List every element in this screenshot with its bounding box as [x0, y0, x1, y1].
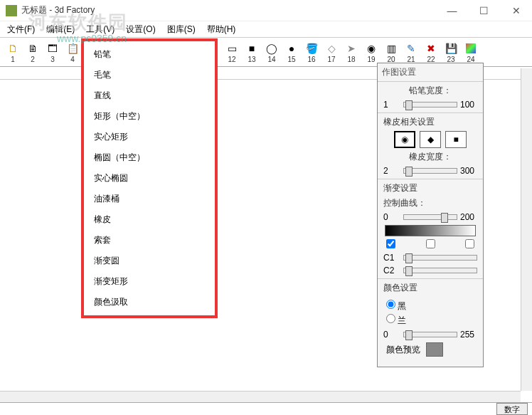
gradcircle-icon: ◉	[365, 42, 378, 55]
window-title: 无标题 - 3d Factory	[21, 4, 436, 16]
curve-label: 控制曲线：	[383, 197, 477, 209]
radio-blue[interactable]	[386, 314, 395, 323]
col-max: 255	[460, 330, 477, 340]
tool-fillellipse[interactable]: ●15	[282, 39, 302, 66]
menu-help[interactable]: 帮助(H)	[203, 22, 240, 37]
ellipse-icon: ◯	[265, 42, 278, 55]
tool-fillrect[interactable]: ■13	[242, 39, 262, 66]
dropdown-eraser[interactable]: 橡皮	[84, 209, 215, 230]
vertical-scrollbar[interactable]	[521, 68, 532, 391]
dropdown-ellipse-hollow[interactable]: 椭圆（中空）	[84, 147, 215, 168]
dropdown-bucket[interactable]: 油漆桶	[84, 189, 215, 209]
tool-new[interactable]: 🗋1	[3, 39, 23, 66]
radio-black[interactable]	[386, 300, 395, 309]
dropdown-gradcircle[interactable]: 渐变圆	[84, 251, 215, 271]
eraser-icon: ◇	[325, 42, 338, 55]
palette-icon	[464, 42, 477, 55]
pencil-min: 1	[383, 100, 400, 110]
menu-file[interactable]: 文件(F)	[3, 22, 39, 37]
grad-section-label: 渐变设置	[383, 182, 477, 194]
lasso-icon: ➤	[345, 42, 358, 55]
gradrect-icon: ▥	[385, 42, 398, 55]
tool-3[interactable]: 🗔3	[43, 39, 63, 66]
menu-edit[interactable]: 编辑(E)	[42, 22, 79, 37]
app-icon	[6, 5, 17, 16]
radio-black-label[interactable]: 黑	[386, 300, 474, 312]
eraser-section-label: 橡皮相关设置	[383, 116, 477, 128]
c1-slider[interactable]	[403, 255, 477, 261]
eraser-width-slider[interactable]	[403, 168, 457, 174]
save-icon: 💾	[445, 42, 457, 55]
menu-library[interactable]: 图库(S)	[163, 22, 200, 37]
grad-check-3[interactable]	[465, 239, 474, 248]
dropdown-ellipse-solid[interactable]: 实心椭圆	[84, 168, 215, 189]
grad-check-1[interactable]	[386, 239, 395, 248]
eraser-shape-diamond[interactable]: ◆	[420, 131, 441, 148]
eraser-shape-square[interactable]: ■	[445, 131, 467, 148]
tool-eraser[interactable]: ◇17	[321, 39, 341, 66]
fillrect-icon: ■	[245, 42, 258, 55]
menubar: 文件(F) 编辑(E) 工具(V) 设置(O) 图库(S) 帮助(H)	[0, 21, 532, 37]
gradient-preview	[385, 225, 476, 236]
new-icon: 🗋	[6, 42, 19, 55]
preview-label: 颜色预览	[386, 344, 420, 356]
c1-label: C1	[383, 253, 400, 263]
color-section-label: 颜色设置	[383, 282, 477, 294]
file-icon: 🗎	[26, 42, 39, 55]
curve-max: 200	[460, 212, 477, 222]
tool-bucket[interactable]: 🪣16	[302, 39, 321, 66]
tool-2[interactable]: 🗎2	[23, 39, 43, 66]
eraser-shape-round[interactable]: ◉	[394, 131, 415, 148]
dropdown-rect-hollow[interactable]: 矩形（中空）	[84, 106, 215, 127]
pencil-width-label: 铅笔宽度：	[383, 85, 477, 97]
dropdown-line[interactable]: 直线	[84, 85, 215, 106]
fillellipse-icon: ●	[285, 42, 298, 55]
tool-rect[interactable]: ▭12	[222, 39, 242, 66]
bucket-icon: 🪣	[305, 42, 318, 55]
pencil-width-slider[interactable]	[403, 102, 457, 107]
color-preview-swatch	[426, 342, 443, 357]
minimize-button[interactable]: —	[436, 0, 468, 21]
eraser-max: 300	[460, 166, 477, 176]
pencil-max: 100	[460, 100, 477, 110]
curve-slider[interactable]	[403, 214, 457, 220]
grad-check-2[interactable]	[426, 239, 435, 248]
tool-ellipse[interactable]: ◯14	[262, 39, 282, 66]
window-icon: 🗔	[46, 42, 59, 55]
panel-title: 作图设置	[378, 63, 483, 82]
c2-slider[interactable]	[403, 268, 477, 273]
tool-lasso[interactable]: ➤18	[341, 39, 361, 66]
eraser-min: 2	[383, 166, 400, 176]
tool-dropdown: 铅笔 毛笔 直线 矩形（中空） 实心矩形 椭圆（中空） 实心椭圆 油漆桶 橡皮 …	[83, 40, 216, 317]
close-button[interactable]: ✕	[500, 0, 532, 21]
dropdown-brush[interactable]: 毛笔	[84, 65, 215, 85]
col-min: 0	[383, 330, 400, 340]
drawing-settings-panel: 作图设置 铅笔宽度： 1 100 橡皮相关设置 ◉ ◆ ■ 橡皮宽度： 2 30…	[377, 63, 484, 367]
radio-blue-label[interactable]: 兰	[386, 314, 474, 327]
menu-tool[interactable]: 工具(V)	[82, 22, 119, 37]
delete-icon: ✖	[425, 42, 437, 55]
curve-min: 0	[383, 212, 400, 222]
dropdown-pencil[interactable]: 铅笔	[84, 44, 215, 65]
menu-option[interactable]: 设置(O)	[122, 22, 159, 37]
dropdown-rect-solid[interactable]: 实心矩形	[84, 127, 215, 147]
titlebar: 无标题 - 3d Factory — ☐ ✕	[0, 0, 532, 21]
dropdown-gradrect[interactable]: 渐变矩形	[84, 271, 215, 292]
maximize-button[interactable]: ☐	[468, 0, 500, 21]
statusbar: 数字	[0, 402, 532, 415]
c2-label: C2	[383, 266, 400, 275]
dropdown-dropper[interactable]: 颜色汲取	[84, 292, 215, 312]
eraser-width-label: 橡皮宽度：	[383, 151, 477, 163]
horizontal-scrollbar[interactable]	[0, 391, 521, 402]
paste-icon: 📋	[66, 42, 79, 55]
dropper-icon: ✎	[405, 42, 417, 55]
tool-4[interactable]: 📋4	[63, 39, 83, 66]
rect-icon: ▭	[225, 42, 238, 55]
status-number-button[interactable]: 数字	[496, 403, 528, 415]
color-slider[interactable]	[403, 332, 457, 337]
dropdown-lasso[interactable]: 索套	[84, 230, 215, 251]
